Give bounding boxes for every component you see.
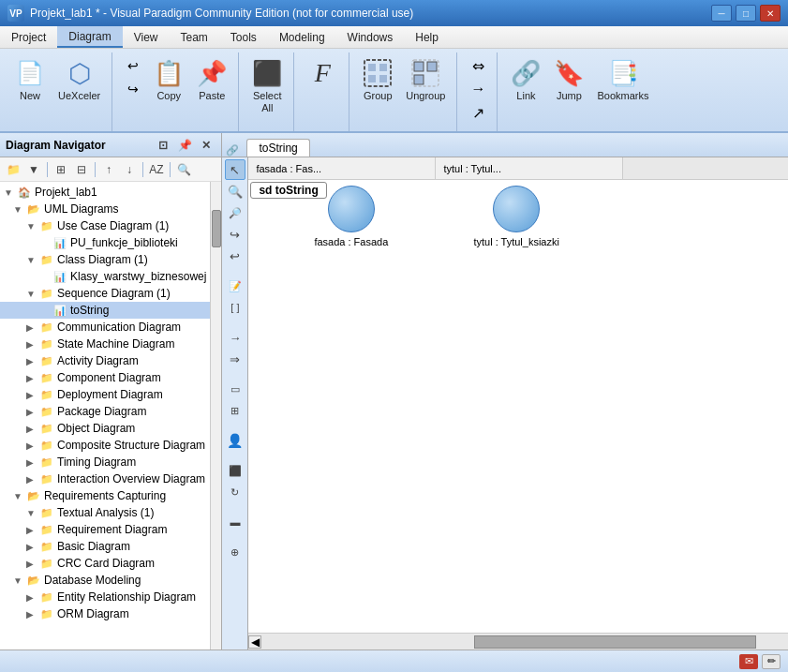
link-button[interactable]: 🔗 Link bbox=[505, 54, 546, 106]
tree-item-root[interactable]: ▼ 🏠 Projekt_lab1 bbox=[0, 184, 210, 201]
menu-item-windows[interactable]: Windows bbox=[336, 26, 405, 48]
tree-item-class[interactable]: ▼ 📁 Class Diagram (1) bbox=[0, 251, 210, 268]
toggle-textual[interactable]: ▼ bbox=[26, 508, 39, 518]
scrollbar-track[interactable] bbox=[261, 635, 788, 649]
menu-item-project[interactable]: Project bbox=[0, 26, 57, 48]
tree-item-package[interactable]: ▶ 📁 Package Diagram bbox=[0, 403, 210, 420]
nav-tool-filter[interactable]: 🔍 bbox=[174, 160, 193, 179]
redo-button[interactable]: ↪ bbox=[120, 78, 146, 100]
navigator-restore-button[interactable]: ⊡ bbox=[154, 136, 172, 155]
tree-item-erd[interactable]: ▶ 📁 Entity Relationship Diagram bbox=[0, 589, 210, 605]
menu-item-help[interactable]: Help bbox=[404, 26, 450, 48]
add-constraint-button[interactable]: [ ] bbox=[225, 297, 245, 318]
select-tool-button[interactable]: ↖ bbox=[225, 159, 245, 180]
tree-item-crc[interactable]: ▶ 📁 CRC Card Diagram bbox=[0, 555, 210, 572]
menu-item-modeling[interactable]: Modeling bbox=[268, 26, 336, 48]
undo-button[interactable]: ↩ bbox=[120, 54, 146, 77]
arrow-right2-button[interactable]: ⇒ bbox=[225, 349, 245, 369]
tree-item-tostring[interactable]: 📊 toString bbox=[0, 302, 210, 319]
scroll-right-button[interactable]: ↪ bbox=[225, 224, 245, 245]
paste-button[interactable]: 📌 Paste bbox=[191, 54, 232, 106]
combined-button[interactable]: ⊞ bbox=[225, 400, 245, 421]
toggle-object[interactable]: ▶ bbox=[26, 424, 39, 434]
toggle-deployment[interactable]: ▶ bbox=[26, 390, 39, 400]
measure-button[interactable]: ⊕ bbox=[225, 542, 245, 562]
toggle-class[interactable]: ▼ bbox=[26, 255, 39, 265]
diagram-tab-tostring[interactable]: toString bbox=[246, 139, 309, 157]
toggle-communication[interactable]: ▶ bbox=[26, 322, 39, 333]
tree-item-db[interactable]: ▼ 📂 Database Modeling bbox=[0, 572, 210, 589]
fragment-button[interactable]: ▭ bbox=[225, 379, 245, 399]
group-button[interactable]: Group bbox=[357, 54, 398, 106]
add-note-button[interactable]: 📝 bbox=[225, 276, 245, 296]
tree-item-composite[interactable]: ▶ 📁 Composite Structure Diagram bbox=[0, 437, 210, 454]
arrow-right-button[interactable]: → bbox=[225, 327, 245, 348]
sequence-diagram-canvas[interactable]: fasada : Fas... tytul : Tytul... sd toSt… bbox=[248, 157, 788, 650]
lifeline-tytul[interactable]: tytul : Tytul_ksiazki bbox=[473, 186, 559, 247]
scroll-left-arrow[interactable]: ◀ bbox=[248, 635, 261, 649]
toggle-usecase[interactable]: ▼ bbox=[26, 221, 39, 231]
scroll-left-button[interactable]: ↩ bbox=[225, 246, 245, 266]
activation-button[interactable]: ▬ bbox=[225, 512, 245, 532]
menu-item-diagram[interactable]: Diagram bbox=[57, 26, 122, 48]
toggle-erd[interactable]: ▶ bbox=[26, 592, 39, 603]
tree-item-usecase[interactable]: ▼ 📁 Use Case Diagram (1) bbox=[0, 217, 210, 234]
tree-item-orm[interactable]: ▶ 📁 ORM Diagram bbox=[0, 605, 210, 622]
bookmarks-button[interactable]: 📑 Bookmarks bbox=[591, 54, 654, 106]
nav-tool-dropdown[interactable]: ▼ bbox=[24, 160, 43, 179]
tree-item-uml[interactable]: ▼ 📂 UML Diagrams bbox=[0, 201, 210, 217]
tree-item-klasy[interactable]: 📊 Klasy_warstwy_biznesowej bbox=[0, 268, 210, 285]
title-bar-controls[interactable]: ─ □ ✕ bbox=[711, 5, 781, 22]
toggle-basic[interactable]: ▶ bbox=[26, 542, 39, 552]
navigator-scroll-thumb[interactable] bbox=[212, 210, 221, 247]
tree-item-component[interactable]: ▶ 📁 Component Diagram bbox=[0, 369, 210, 386]
toggle-interaction[interactable]: ▶ bbox=[26, 474, 39, 485]
tree-item-activity[interactable]: ▶ 📁 Activity Diagram bbox=[0, 352, 210, 369]
font-button[interactable]: F bbox=[302, 54, 343, 92]
maximize-button[interactable]: □ bbox=[736, 5, 756, 22]
navigator-pin-button[interactable]: 📌 bbox=[175, 136, 194, 155]
toggle-sequence[interactable]: ▼ bbox=[26, 289, 39, 299]
copy-button[interactable]: 📋 Copy bbox=[148, 54, 189, 106]
uexceler-button[interactable]: ⬡ UeXceler bbox=[52, 54, 106, 106]
tree-item-timing[interactable]: ▶ 📁 Timing Diagram bbox=[0, 454, 210, 470]
nav-tool-alpha-sort[interactable]: AZ bbox=[147, 160, 166, 179]
tree-item-req[interactable]: ▼ 📂 Requirements Capturing bbox=[0, 487, 210, 504]
connector3-button[interactable]: ↗ bbox=[465, 101, 491, 124]
toggle-package[interactable]: ▶ bbox=[26, 407, 39, 417]
tree-item-textual[interactable]: ▼ 📁 Textual Analysis (1) bbox=[0, 504, 210, 521]
nav-tool-down[interactable]: ↓ bbox=[120, 160, 139, 179]
scrollbar-thumb-horiz[interactable] bbox=[474, 635, 757, 649]
toggle-timing[interactable]: ▶ bbox=[26, 457, 39, 468]
toggle-orm[interactable]: ▶ bbox=[26, 609, 39, 620]
tree-item-pu[interactable]: 📊 PU_funkcje_biblioteki bbox=[0, 234, 210, 251]
ref-button[interactable]: ⬛ bbox=[225, 460, 245, 481]
navigator-close-button[interactable]: ✕ bbox=[197, 136, 216, 155]
jump-button[interactable]: 🔖 Jump bbox=[548, 54, 589, 106]
lifeline-fasada-head[interactable] bbox=[328, 186, 375, 232]
toggle-statemachine[interactable]: ▶ bbox=[26, 339, 39, 350]
toggle-uml[interactable]: ▼ bbox=[13, 204, 26, 215]
tree-item-basic[interactable]: ▶ 📁 Basic Diagram bbox=[0, 538, 210, 555]
actor-button[interactable]: 👤 bbox=[225, 430, 245, 451]
tree-item-communication[interactable]: ▶ 📁 Communication Diagram bbox=[0, 319, 210, 336]
canvas-scrollbar-horiz[interactable]: ◀ ▶ ⊕ bbox=[248, 633, 788, 650]
toggle-root[interactable]: ▼ bbox=[4, 187, 17, 198]
toggle-activity[interactable]: ▶ bbox=[26, 356, 39, 366]
select-all-button[interactable]: ⬛ SelectAll bbox=[246, 54, 288, 118]
zoom-in-button[interactable]: 🔍 bbox=[225, 181, 245, 202]
ungroup-button[interactable]: Ungroup bbox=[400, 54, 451, 106]
zoom-out-button[interactable]: 🔎 bbox=[225, 202, 245, 223]
connector-button[interactable]: ⇔ bbox=[465, 54, 491, 77]
lifeline-tytul-head[interactable] bbox=[493, 186, 540, 232]
toggle-req[interactable]: ▼ bbox=[13, 491, 26, 501]
tree-item-statemachine[interactable]: ▶ 📁 State Machine Diagram bbox=[0, 336, 210, 352]
nav-tool-folder[interactable]: 📁 bbox=[4, 160, 22, 179]
tree-item-object[interactable]: ▶ 📁 Object Diagram bbox=[0, 420, 210, 437]
menu-item-team[interactable]: Team bbox=[170, 26, 219, 48]
minimize-button[interactable]: ─ bbox=[711, 5, 732, 22]
toggle-composite[interactable]: ▶ bbox=[26, 441, 39, 451]
tree-item-deployment[interactable]: ▶ 📁 Deployment Diagram bbox=[0, 386, 210, 403]
menu-item-tools[interactable]: Tools bbox=[219, 26, 268, 48]
edit-icon[interactable]: ✏ bbox=[762, 654, 781, 669]
